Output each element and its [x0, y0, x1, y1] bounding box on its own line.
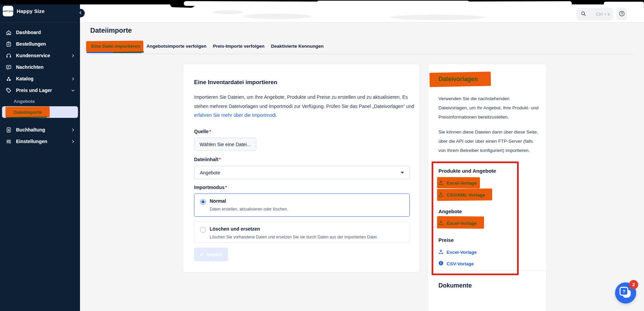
chat-unread-badge: 2 [629, 280, 638, 289]
tabs: Eine Datei importieren Angebotsimporte v… [90, 42, 634, 54]
sidebar-item-label: Buchhaltung [16, 127, 45, 133]
section-title-produkte-und-angebote: Produkte und Angebote [438, 168, 496, 174]
search-input[interactable]: Ctrl + k [577, 8, 613, 20]
file-content-value: Angebote [200, 170, 220, 175]
tab-angebotsimporte-verfolgen[interactable]: Angebotsimporte verfolgen [146, 42, 206, 53]
svg-text:$: $ [8, 128, 10, 131]
templates-paragraph-1: Verwenden Sie die nachstehenden Dateivor… [438, 94, 539, 122]
sidebar-item-label: Bestellungen [16, 41, 46, 47]
sidebar-item-angebote[interactable]: Angebote [0, 96, 80, 106]
radio-selected-icon[interactable] [200, 199, 206, 205]
sidebar-item-label: Katalog [16, 76, 33, 81]
tab-deaktivierte-kennungen[interactable]: Deaktivierte Kennungen [271, 42, 324, 53]
radio-unselected-icon[interactable] [200, 227, 206, 233]
tab-eine-datei-importieren[interactable]: Eine Datei importieren [91, 42, 140, 53]
section-title-angebote: Angebote [438, 208, 462, 214]
mode-option-normal[interactable]: Normal Daten erstellen, aktualisieren od… [194, 193, 410, 217]
templates-paragraph-2: Sie können diese Dateien dann über diese… [438, 127, 539, 155]
required-asterisk: * [219, 157, 221, 162]
download-link-preise-excel[interactable]: Excel-Vorlage [438, 249, 477, 255]
download-icon [438, 192, 444, 198]
sidebar-item-label: Preis und Lager [16, 88, 52, 93]
chevron-left-icon [78, 10, 83, 16]
sidebar-subitem-label: Angebote [14, 99, 35, 104]
caret-down-icon [401, 172, 404, 174]
mode-option-description: Löschen Sie vorhandene Daten und ersetze… [210, 235, 378, 239]
sidebar-item-katalog[interactable]: Katalog [0, 73, 80, 84]
source-label: Quelle* [194, 129, 211, 134]
sidebar-item-bestellungen[interactable]: Bestellungen [0, 38, 80, 50]
screen: HAPPYSIZE Happy Size Dashboard Bestellun… [0, 0, 644, 311]
chat-question-icon: ? [619, 287, 628, 296]
import-submit-button[interactable]: ✔ Import [194, 248, 228, 261]
marker-white-scribble [317, 1, 470, 6]
sidebar-subitem-label: Dateiimporte [14, 110, 42, 115]
section-title-preise: Preise [438, 237, 454, 243]
brand-logo-text: HAPPYSIZE [3, 10, 14, 12]
mode-option-label: Löschen und ersetzen [210, 226, 260, 232]
sidebar-nav: Dashboard Bestellungen Kundenservice [0, 22, 80, 147]
sidebar-item-dashboard[interactable]: Dashboard [0, 27, 80, 38]
marker-white-scribble [604, 2, 644, 5]
import-mode-label: Importmodus* [194, 185, 227, 190]
download-link-produkte-excel[interactable]: Excel-Vorlage [438, 180, 477, 186]
download-icon [438, 180, 444, 186]
file-content-label: Dateiinhalt* [194, 157, 221, 162]
page-title: Dateiimporte [90, 27, 132, 34]
sidebar-collapse-button[interactable] [76, 9, 85, 17]
sidebar-item-dateiimporte[interactable]: Dateiimporte [2, 106, 78, 118]
download-link-produkte-csv-xml[interactable]: CSV/XML-Vorlage [438, 192, 485, 198]
brand-logo: HAPPYSIZE [3, 6, 13, 16]
sliders-icon [6, 139, 12, 144]
mode-option-loeschen-und-ersetzen[interactable]: Löschen und ersetzen Löschen Sie vorhand… [194, 221, 410, 243]
help-icon: ? [619, 11, 625, 18]
chevron-right-icon [71, 139, 75, 144]
import-card-description: Importieren Sie Dateien, um Ihre Angebot… [194, 93, 415, 120]
download-link-angebote-excel[interactable]: Excel-Vorlage [438, 220, 477, 226]
brand-name: Happy Size [17, 8, 45, 14]
marker-smudge [213, 10, 243, 14]
import-card: Eine Inventardatei importieren Importier… [183, 64, 420, 273]
required-asterisk: * [225, 185, 227, 190]
download-icon [438, 249, 444, 255]
mode-option-label: Normal [210, 198, 226, 204]
required-asterisk: * [209, 129, 211, 134]
file-content-select[interactable]: Angebote [194, 166, 410, 179]
sidebar-item-label: Einstellungen [16, 139, 47, 144]
marker-smudge [390, 15, 485, 20]
download-icon [438, 220, 444, 226]
marker-white-scribble [456, 1, 572, 6]
marker-white-scribble [184, 1, 330, 6]
info-link-preise-csv[interactable]: CSV-Vorlage [438, 261, 474, 267]
chevron-right-icon [71, 53, 75, 58]
sidebar-item-preis-und-lager[interactable]: Preis und Lager [0, 84, 80, 96]
chevron-right-icon [71, 77, 75, 81]
documents-card-title: Dokumente [438, 282, 472, 289]
tab-preis-importe-verfolgen[interactable]: Preis-Importe verfolgen [213, 42, 265, 53]
marker-smudge [243, 14, 311, 19]
sidebar-item-buchhaltung[interactable]: $ Buchhaltung [0, 124, 80, 136]
chat-support-button[interactable]: ? 2 [615, 282, 636, 304]
file-templates-card: Dateivorlagen Verwenden Sie die nachsteh… [428, 64, 547, 283]
help-button[interactable]: ? [616, 8, 627, 20]
search-shortcut: Ctrl + k [596, 12, 610, 17]
headset-icon [6, 53, 12, 59]
sidebar-item-nachrichten[interactable]: Nachrichten [0, 61, 80, 73]
sidebar: HAPPYSIZE Happy Size Dashboard Bestellun… [0, 0, 80, 311]
sidebar-item-kundenservice[interactable]: Kundenservice [0, 50, 80, 61]
home-icon [6, 30, 12, 35]
svg-text:?: ? [621, 12, 623, 15]
import-submit-label: Import [207, 252, 222, 257]
sidebar-item-einstellungen[interactable]: Einstellungen [0, 136, 80, 147]
choose-file-button[interactable]: Wählen Sie eine Datei... [194, 138, 256, 151]
chevron-down-icon [71, 88, 75, 93]
clipboard-icon [6, 41, 12, 47]
importmodi-link[interactable]: erfahren Sie mehr über die Importmodi [194, 112, 276, 118]
info-icon [438, 261, 444, 267]
templates-card-title: Dateivorlagen [438, 76, 478, 83]
message-icon [6, 64, 12, 70]
sidebar-item-label: Dashboard [16, 30, 41, 35]
sidebar-item-label: Nachrichten [16, 64, 44, 70]
check-icon: ✔ [200, 252, 204, 257]
tag-icon [6, 88, 12, 93]
